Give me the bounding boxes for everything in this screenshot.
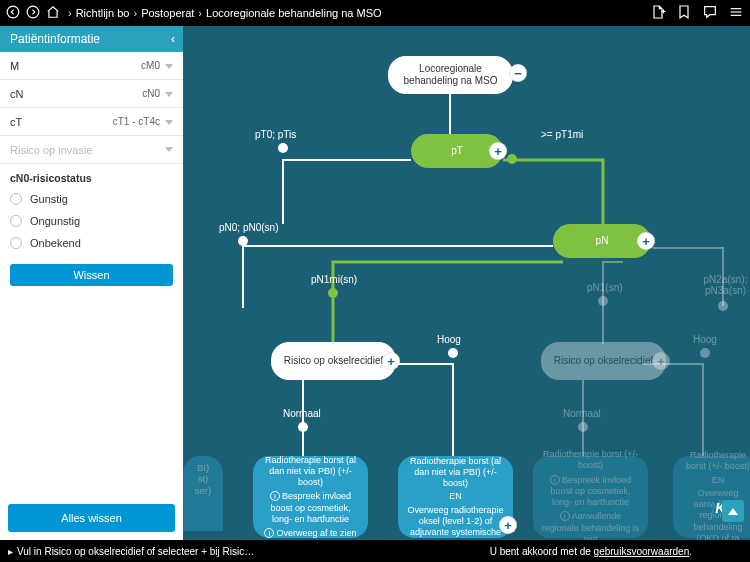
forward-icon[interactable] bbox=[26, 5, 40, 21]
row-label: M bbox=[10, 60, 19, 72]
row-M[interactable]: M cM0 bbox=[0, 52, 183, 80]
bookmark-icon[interactable] bbox=[676, 4, 692, 22]
edge-label-pN2: pN2a(sn); pN3a(sn) bbox=[698, 274, 750, 296]
expand-icon[interactable]: + bbox=[489, 142, 507, 160]
chevron-right-icon: › bbox=[68, 7, 72, 19]
info-icon: i bbox=[264, 528, 274, 538]
branch-dot bbox=[507, 154, 517, 164]
alles-wissen-button[interactable]: Alles wissen bbox=[8, 504, 175, 532]
row-cT[interactable]: cT cT1 - cT4c bbox=[0, 108, 183, 136]
bottom-bar: ▸ Vul in Risico op okselrecidief of sele… bbox=[0, 540, 750, 562]
expand-icon[interactable]: + bbox=[499, 516, 517, 534]
node-card-4: Radiotherapie borst (+/- boost) EN Overw… bbox=[673, 456, 750, 538]
radio-gunstig[interactable]: Gunstig bbox=[0, 188, 183, 210]
card-line: EN bbox=[449, 491, 462, 502]
chevron-down-icon bbox=[162, 116, 173, 127]
card-line: iBespreek invloed boost op cosmetiek, lo… bbox=[541, 475, 640, 509]
crumb-1[interactable]: Richtlijn bo bbox=[76, 7, 130, 19]
radio-label: Onbekend bbox=[30, 237, 81, 249]
breadcrumb: › Richtlijn bo › Postoperat › Locoregion… bbox=[68, 7, 382, 19]
row-label: cN bbox=[10, 88, 23, 100]
wissen-button[interactable]: Wissen bbox=[10, 264, 173, 286]
card-line: Radiotherapie borst (+/- boost) bbox=[541, 449, 640, 472]
collapse-icon[interactable]: − bbox=[509, 64, 527, 82]
branch-dot bbox=[238, 236, 248, 246]
radio-icon bbox=[10, 237, 22, 249]
back-icon[interactable] bbox=[6, 5, 20, 21]
row-risico-invasie: Risico op invasie bbox=[0, 136, 183, 164]
radio-icon bbox=[10, 193, 22, 205]
branch-dot bbox=[328, 288, 338, 298]
card-line: iAanvullende regionale behandeling is ni… bbox=[541, 511, 640, 540]
chevron-down-icon bbox=[162, 60, 173, 71]
edge-label-pT-left: pT0; pTis bbox=[255, 129, 296, 140]
nav-icons bbox=[6, 5, 60, 21]
node-label: pT bbox=[451, 145, 463, 158]
node-card-1[interactable]: Radiotherapie borst (al dan niet via PBI… bbox=[253, 456, 368, 538]
terms-prefix: U bent akkoord met de bbox=[490, 546, 594, 557]
sidebar-header: Patiëntinformatie ‹ bbox=[0, 26, 183, 52]
chevron-right-icon: › bbox=[133, 7, 137, 19]
radio-ongunstig[interactable]: Ongunstig bbox=[0, 210, 183, 232]
node-card-2[interactable]: Radiotherapie borst (al dan niet via PBI… bbox=[398, 456, 513, 538]
node-label: Risico op okselrecidief bbox=[284, 355, 384, 368]
radio-icon bbox=[10, 215, 22, 227]
node-risk-2: Risico op okselrecidief bbox=[541, 342, 666, 380]
edge-label-pN1mi: pN1mi(sn) bbox=[311, 274, 357, 285]
crumb-3[interactable]: Locoregionale behandeling na MSO bbox=[206, 7, 382, 19]
export-icon[interactable] bbox=[650, 4, 666, 22]
expand-icon[interactable]: + bbox=[637, 232, 655, 250]
edge-label-normaal2: Normaal bbox=[563, 408, 601, 419]
comment-icon[interactable] bbox=[702, 4, 718, 22]
hint-text: ▸ Vul in Risico op okselrecidief of sele… bbox=[8, 546, 254, 557]
edge-label-normaal: Normaal bbox=[283, 408, 321, 419]
radio-label: Gunstig bbox=[30, 193, 68, 205]
terms-link[interactable]: gebruiksvoorwaarden bbox=[594, 546, 690, 557]
node-root: Locoregionale behandeling na MSO bbox=[388, 56, 513, 94]
chevron-right-icon: ▸ bbox=[8, 546, 13, 557]
row-label: Risico op invasie bbox=[10, 144, 93, 156]
node-risk[interactable]: Risico op okselrecidief bbox=[271, 342, 396, 380]
card-line: Radiotherapie borst (al dan niet via PBI… bbox=[406, 456, 505, 490]
expand-icon[interactable]: + bbox=[382, 352, 400, 370]
collapse-sidebar-icon[interactable]: ‹ bbox=[171, 32, 175, 46]
edge-label-hoog: Hoog bbox=[437, 334, 461, 345]
row-label: cT bbox=[10, 116, 22, 128]
radio-onbekend[interactable]: Onbekend bbox=[0, 232, 183, 254]
main-area: Patiëntinformatie ‹ M cM0 cN cN0 cT cT1 … bbox=[0, 26, 750, 540]
svg-point-1 bbox=[27, 6, 39, 18]
sidebar-bottom: Alles wissen bbox=[0, 496, 183, 540]
node-label: Locoregionale behandeling na MSO bbox=[396, 63, 505, 88]
node-label: Risico op okselrecidief bbox=[554, 355, 654, 368]
edge-label-pN1: pN1(sn) bbox=[587, 282, 623, 293]
home-icon[interactable] bbox=[46, 5, 60, 21]
section-title: cN0-risicostatus bbox=[0, 164, 183, 188]
terms-text: U bent akkoord met de gebruiksvoorwaarde… bbox=[490, 546, 692, 557]
card-line: iBespreek invloed boost op cosmetiek, lo… bbox=[261, 491, 360, 525]
top-bar: › Richtlijn bo › Postoperat › Locoregion… bbox=[0, 0, 750, 26]
branch-dot bbox=[298, 422, 308, 432]
edge-label-hoog2: Hoog bbox=[693, 334, 717, 345]
menu-icon[interactable] bbox=[728, 4, 744, 22]
branch-dot bbox=[448, 348, 458, 358]
sidebar: Patiëntinformatie ‹ M cM0 cN cN0 cT cT1 … bbox=[0, 26, 183, 540]
edge-label-pT-right: >= pT1mi bbox=[541, 129, 583, 140]
expand-icon[interactable]: + bbox=[652, 352, 670, 370]
chevron-down-icon bbox=[162, 88, 173, 99]
card-line: Radiotherapie borst (al dan niet via PBI… bbox=[261, 455, 360, 489]
node-label: BI) st) ser) bbox=[195, 462, 211, 496]
edge-label-pN-left: pN0; pN0(sn) bbox=[219, 222, 278, 233]
chevron-down-icon bbox=[162, 147, 173, 152]
scroll-up-button[interactable] bbox=[722, 500, 744, 522]
hint-label: Vul in Risico op okselrecidief of select… bbox=[17, 546, 254, 557]
chevron-right-icon: › bbox=[198, 7, 202, 19]
flow-canvas[interactable]: Locoregionale behandeling na MSO − pT + … bbox=[183, 26, 750, 540]
info-icon: i bbox=[550, 475, 560, 485]
topbar-actions bbox=[650, 4, 744, 22]
card-line: Overweeg radiotherapie oksel (level 1-2)… bbox=[406, 505, 505, 539]
branch-dot bbox=[718, 301, 728, 311]
row-cN[interactable]: cN cN0 bbox=[0, 80, 183, 108]
row-value: cM0 bbox=[141, 60, 173, 71]
branch-dot bbox=[700, 348, 710, 358]
crumb-2[interactable]: Postoperat bbox=[141, 7, 194, 19]
